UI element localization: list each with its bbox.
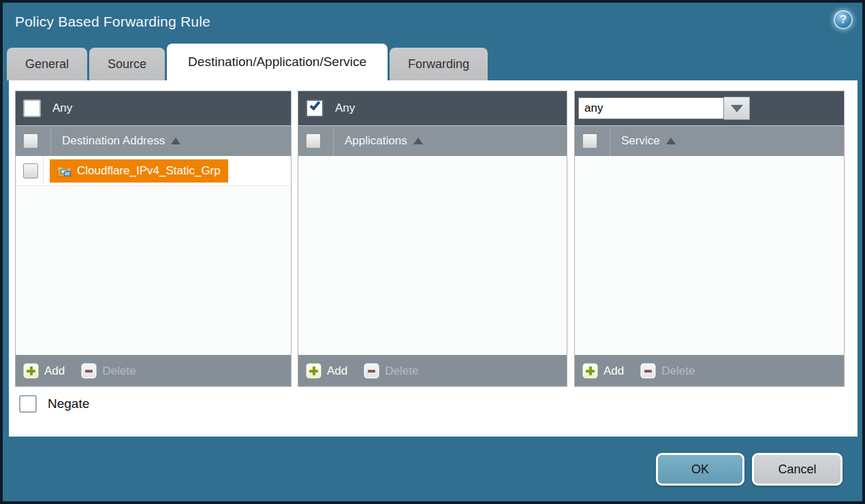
applications-header[interactable]: Applications (298, 125, 567, 156)
service-any-bar (575, 91, 844, 125)
check-icon (310, 99, 321, 111)
pbf-rule-dialog: Policy Based Forwarding Rule ? General S… (0, 0, 865, 504)
applications-column: Any Applications Add Delete (298, 91, 567, 387)
destination-list: Cloudflare_IPv4_Static_Grp (16, 156, 291, 355)
add-button[interactable]: Add (582, 363, 624, 379)
applications-toolbar: Add Delete (298, 355, 567, 386)
tab-destination-application-service[interactable]: Destination/Application/Service (167, 44, 388, 80)
applications-list (298, 156, 567, 355)
chevron-down-icon (731, 105, 743, 112)
address-group-icon (57, 165, 72, 177)
plus-icon (306, 363, 321, 379)
negate-option: Negate (19, 395, 89, 413)
applications-any-checkbox[interactable] (306, 99, 324, 117)
add-button[interactable]: Add (23, 363, 65, 379)
tab-source[interactable]: Source (89, 48, 165, 80)
tab-content-panel: Any Destination Address (9, 80, 858, 437)
service-header[interactable]: Service (575, 125, 844, 156)
destination-address-column: Any Destination Address (15, 91, 292, 387)
destination-any-checkbox[interactable] (23, 99, 41, 117)
ok-button[interactable]: OK (656, 453, 744, 486)
service-list (575, 156, 844, 355)
minus-icon (81, 363, 97, 379)
minus-icon (364, 363, 379, 379)
service-dropdown-button[interactable] (724, 97, 750, 120)
dialog-title: Policy Based Forwarding Rule (15, 14, 210, 30)
sort-ascending-icon (413, 138, 423, 144)
destination-header-label: Destination Address (62, 134, 165, 148)
delete-button[interactable]: Delete (364, 363, 418, 379)
item-label: Cloudflare_IPv4_Static_Grp (77, 164, 221, 178)
delete-button[interactable]: Delete (81, 363, 136, 379)
plus-icon (23, 363, 39, 379)
minus-icon (640, 363, 656, 379)
destination-any-label: Any (52, 101, 72, 115)
applications-header-label: Applications (345, 134, 407, 148)
plus-icon (582, 363, 598, 379)
applications-any-label: Any (335, 101, 355, 115)
service-column: Service Add Delete (574, 91, 845, 387)
applications-any-bar: Any (298, 91, 567, 125)
negate-checkbox[interactable] (19, 395, 37, 413)
sort-ascending-icon (171, 138, 180, 144)
row-checkbox[interactable] (23, 163, 38, 178)
destination-toolbar: Add Delete (16, 355, 291, 386)
service-toolbar: Add Delete (575, 355, 844, 386)
destination-select-all-checkbox[interactable] (23, 133, 38, 148)
delete-button[interactable]: Delete (640, 363, 695, 379)
add-button[interactable]: Add (306, 363, 347, 379)
service-dropdown-input[interactable] (578, 97, 724, 119)
sort-ascending-icon (666, 138, 676, 144)
tab-bar: General Source Destination/Application/S… (7, 44, 490, 80)
destination-any-bar: Any (16, 91, 291, 125)
cancel-button[interactable]: Cancel (752, 453, 843, 486)
tab-general[interactable]: General (7, 48, 87, 80)
table-row[interactable]: Cloudflare_IPv4_Static_Grp (16, 156, 291, 186)
negate-label: Negate (48, 396, 89, 411)
service-select-all-checkbox[interactable] (582, 133, 597, 148)
tab-forwarding[interactable]: Forwarding (390, 48, 488, 80)
destination-address-header[interactable]: Destination Address (16, 125, 291, 156)
service-dropdown (578, 97, 750, 120)
service-header-label: Service (621, 134, 660, 148)
help-icon[interactable]: ? (834, 10, 853, 29)
destination-address-item[interactable]: Cloudflare_IPv4_Static_Grp (50, 159, 228, 183)
applications-select-all-checkbox[interactable] (306, 133, 321, 148)
